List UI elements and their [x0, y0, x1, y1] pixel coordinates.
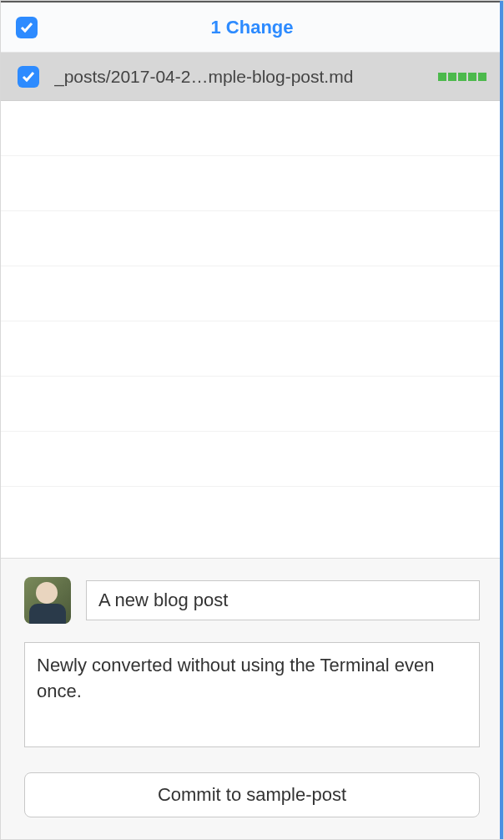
commit-panel: Commit to sample-post [1, 558, 503, 839]
file-checkbox[interactable] [18, 66, 39, 88]
commit-description-input[interactable] [24, 642, 480, 747]
diff-line [1, 321, 503, 377]
diff-lines-area [1, 101, 503, 558]
diff-line [1, 156, 503, 211]
changes-panel: 1 Change _posts/2017-04-2…mple-blog-post… [0, 0, 504, 840]
diff-line [1, 211, 503, 266]
commit-summary-row [24, 577, 480, 624]
file-name-label: _posts/2017-04-2…mple-blog-post.md [54, 67, 430, 87]
changes-count-title: 1 Change [16, 17, 488, 38]
diff-line [1, 266, 503, 321]
commit-summary-input[interactable] [86, 580, 480, 620]
user-avatar [24, 577, 71, 624]
file-row[interactable]: _posts/2017-04-2…mple-blog-post.md [1, 53, 503, 101]
commit-button[interactable]: Commit to sample-post [24, 772, 480, 817]
diff-line [1, 487, 503, 558]
diff-line [1, 432, 503, 487]
diff-additions-indicator [438, 73, 486, 81]
diff-line [1, 377, 503, 432]
changes-header: 1 Change [1, 1, 503, 53]
checkmark-icon [22, 70, 35, 83]
diff-line [1, 101, 503, 156]
